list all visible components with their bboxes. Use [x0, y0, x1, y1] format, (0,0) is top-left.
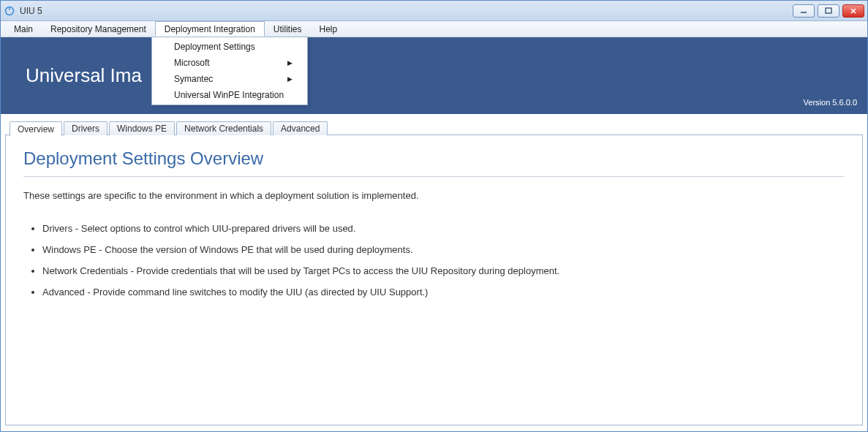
dropdown-deployment-integration: Deployment Settings Microsoft ▶ Symantec…: [151, 37, 308, 105]
app-window: UIU 5 Main Repository Management Deploym…: [0, 0, 868, 432]
dropdown-item-label: Symantec: [174, 74, 213, 84]
tab-overview[interactable]: Overview: [10, 121, 62, 136]
dropdown-item-microsoft[interactable]: Microsoft ▶: [154, 55, 306, 71]
banner-title: Universal Ima: [26, 64, 142, 87]
tab-pane-overview: Deployment Settings Overview These setti…: [5, 134, 863, 425]
menubar: Main Repository Management Deployment In…: [1, 21, 867, 37]
tab-windows-pe[interactable]: Windows PE: [109, 121, 175, 135]
banner: Universal Ima Version 5.6.0.0: [1, 37, 867, 114]
window-controls: [793, 4, 864, 18]
tab-drivers[interactable]: Drivers: [64, 121, 107, 135]
maximize-button[interactable]: [818, 4, 839, 18]
dropdown-item-symantec[interactable]: Symantec ▶: [154, 71, 306, 87]
dropdown-item-universal-winpe[interactable]: Universal WinPE Integration: [154, 87, 306, 103]
list-item: Drivers - Select options to control whic…: [42, 223, 845, 234]
menu-deployment-integration[interactable]: Deployment Integration: [155, 21, 265, 37]
pane-intro: These settings are specific to the envir…: [23, 190, 845, 201]
app-icon: [4, 5, 15, 17]
menu-utilities[interactable]: Utilities: [265, 21, 311, 37]
close-button[interactable]: [842, 4, 864, 18]
list-item: Advanced - Provide command line switches…: [42, 287, 845, 298]
dropdown-item-label: Deployment Settings: [174, 42, 255, 52]
menu-help[interactable]: Help: [311, 21, 347, 37]
content-area: Overview Drivers Windows PE Network Cred…: [1, 114, 867, 431]
titlebar: UIU 5: [1, 1, 867, 21]
dropdown-item-label: Microsoft: [174, 58, 210, 68]
list-item: Network Credentials - Provide credential…: [42, 265, 845, 276]
banner-version: Version 5.6.0.0: [804, 98, 857, 107]
dropdown-item-deployment-settings[interactable]: Deployment Settings: [154, 39, 306, 55]
pane-divider: [23, 176, 845, 177]
list-item: Windows PE - Choose the version of Windo…: [42, 244, 845, 255]
tab-network-credentials[interactable]: Network Credentials: [176, 121, 271, 135]
tab-strip: Overview Drivers Windows PE Network Cred…: [5, 119, 863, 135]
pane-title: Deployment Settings Overview: [23, 148, 845, 169]
submenu-arrow-icon: ▶: [287, 75, 293, 83]
svg-rect-3: [826, 8, 831, 13]
tab-advanced[interactable]: Advanced: [273, 121, 328, 135]
dropdown-item-label: Universal WinPE Integration: [174, 90, 284, 100]
menu-main[interactable]: Main: [5, 21, 42, 37]
menu-repository-management[interactable]: Repository Management: [42, 21, 155, 37]
submenu-arrow-icon: ▶: [287, 59, 293, 67]
pane-bullet-list: Drivers - Select options to control whic…: [23, 223, 845, 298]
window-title: UIU 5: [20, 6, 42, 16]
minimize-button[interactable]: [793, 4, 815, 18]
